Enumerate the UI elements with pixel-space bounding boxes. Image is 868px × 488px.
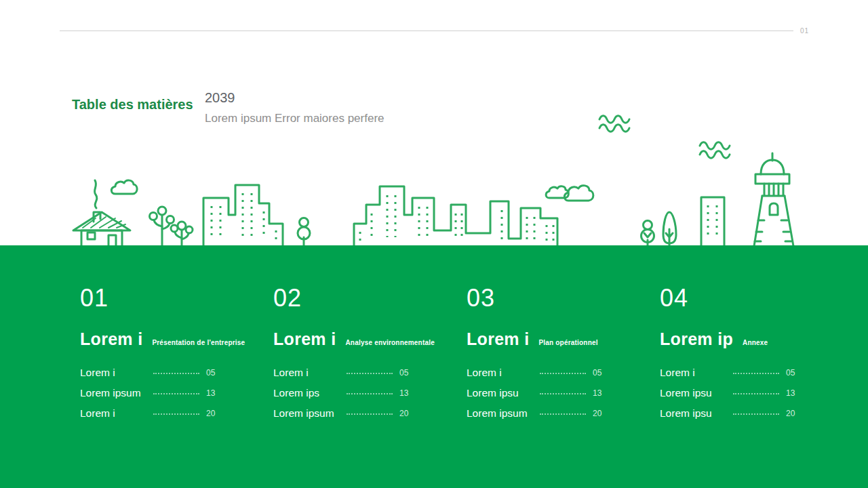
- section-heading: Lorem i: [273, 329, 336, 349]
- toc-item-label: Lorem i: [467, 367, 540, 379]
- section-number: 02: [273, 286, 412, 310]
- waves-icon: [599, 116, 629, 132]
- toc-item-label: Lorem i: [80, 367, 153, 379]
- toc-item-label: Lorem i: [660, 367, 733, 379]
- toc-item[interactable]: Lorem ipsu 20: [660, 403, 798, 424]
- house-icon: [73, 180, 130, 246]
- toc-item[interactable]: Lorem ipsum 20: [273, 403, 412, 424]
- toc-section-04: 04 Lorem ip Annexe Lorem i 05 Lorem ipsu…: [660, 286, 853, 424]
- waves-icon: [700, 142, 730, 159]
- toc-item-label: Lorem ipsu: [660, 387, 733, 399]
- toc-item-label: Lorem i: [273, 367, 347, 379]
- section-heading: Lorem ip: [660, 329, 733, 349]
- toc-item-page: 13: [786, 388, 798, 398]
- toc-item[interactable]: Lorem i 20: [80, 403, 218, 424]
- dotted-leader: [153, 413, 199, 415]
- toc-item-label: Lorem i: [80, 407, 153, 420]
- toc-item[interactable]: Lorem ipsum 13: [80, 383, 218, 403]
- dotted-leader: [540, 373, 586, 374]
- toc-item[interactable]: Lorem i 05: [660, 363, 798, 383]
- toc-item-label: Lorem ips: [273, 387, 347, 399]
- section-subtitle: Plan opérationnel: [538, 339, 597, 346]
- building-icon: [203, 185, 283, 246]
- dotted-leader: [347, 393, 393, 394]
- toc-item-page: 20: [206, 409, 218, 418]
- dotted-leader: [733, 413, 779, 415]
- cloud-icon: [546, 186, 593, 201]
- tree-icon: [642, 212, 677, 246]
- toc-item-page: 05: [206, 368, 218, 378]
- toc-item-page: 20: [593, 409, 605, 418]
- section-number: 03: [467, 286, 605, 310]
- section-subtitle: Annexe: [743, 339, 768, 346]
- toc-item-label: Lorem ipsum: [273, 407, 347, 420]
- dotted-leader: [540, 393, 586, 394]
- toc-item[interactable]: Lorem i 05: [80, 363, 218, 383]
- toc-item[interactable]: Lorem i 05: [467, 363, 605, 383]
- toc-item[interactable]: Lorem ips 13: [273, 383, 412, 403]
- section-header: Lorem i Plan opérationnel: [467, 329, 605, 349]
- toc-item-page: 13: [399, 388, 412, 398]
- building-icon: [354, 186, 557, 246]
- toc-item[interactable]: Lorem ipsu 13: [467, 383, 605, 403]
- dotted-leader: [540, 413, 586, 415]
- section-number: 01: [80, 286, 218, 310]
- cloud-icon: [111, 180, 137, 194]
- tree-icon: [298, 218, 310, 247]
- section-heading: Lorem i: [467, 329, 529, 349]
- section-number: 04: [660, 286, 798, 310]
- toc-item[interactable]: Lorem ipsum 20: [467, 403, 605, 424]
- toc-item-label: Lorem ipsum: [80, 387, 153, 399]
- toc-section-03: 03 Lorem i Plan opérationnel Lorem i 05 …: [467, 286, 660, 424]
- toc-item-page: 05: [399, 368, 412, 378]
- section-header: Lorem i Présentation de l'entreprise: [80, 329, 218, 349]
- toc-item-label: Lorem ipsum: [467, 407, 540, 420]
- toc-item-page: 05: [786, 368, 798, 378]
- toc-item-page: 20: [399, 409, 412, 418]
- dotted-leader: [733, 373, 779, 374]
- section-header: Lorem ip Annexe: [660, 329, 798, 349]
- table-of-contents: 01 Lorem i Présentation de l'entreprise …: [80, 245, 853, 424]
- toc-item[interactable]: Lorem ipsu 13: [660, 383, 798, 403]
- building-icon: [701, 197, 724, 246]
- slide-canvas: 01 Table des matières 2039 Lorem ipsum E…: [0, 0, 868, 488]
- section-subtitle: Présentation de l'entreprise: [152, 339, 245, 346]
- toc-section-01: 01 Lorem i Présentation de l'entreprise …: [80, 286, 273, 424]
- toc-item-label: Lorem ipsu: [467, 387, 540, 399]
- toc-section-02: 02 Lorem i Analyse environnementale Lore…: [273, 286, 467, 424]
- dotted-leader: [153, 393, 199, 394]
- section-header: Lorem i Analyse environnementale: [273, 329, 412, 349]
- toc-item-page: 20: [786, 409, 798, 418]
- section-subtitle: Analyse environnementale: [345, 339, 435, 346]
- dotted-leader: [733, 393, 779, 394]
- city-skyline-illustration: [0, 0, 868, 247]
- plant-icon: [150, 207, 193, 246]
- dotted-leader: [347, 413, 393, 415]
- toc-item-page: 13: [206, 388, 218, 398]
- dotted-leader: [347, 373, 393, 374]
- toc-item-page: 13: [593, 388, 605, 398]
- toc-item[interactable]: Lorem i 05: [273, 363, 412, 383]
- dotted-leader: [153, 373, 199, 374]
- toc-item-page: 05: [593, 368, 605, 378]
- section-heading: Lorem i: [80, 329, 142, 349]
- toc-item-label: Lorem ipsu: [660, 407, 733, 420]
- lighthouse-icon: [754, 153, 793, 246]
